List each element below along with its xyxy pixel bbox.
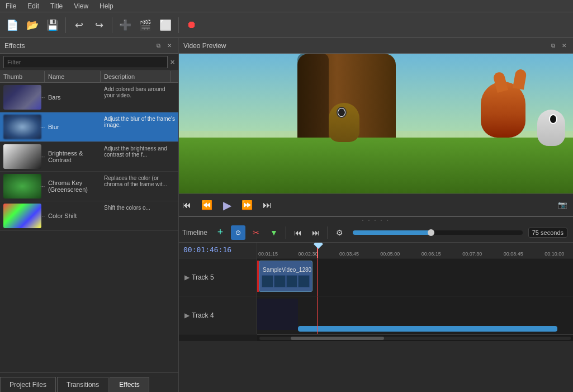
track4-dark-clip: [257, 299, 298, 330]
timeline-settings-button[interactable]: ⚙: [333, 225, 347, 240]
track4-label: ▶ Track 4: [179, 296, 257, 334]
play-button[interactable]: ▶: [219, 197, 235, 213]
timeline-add-track-button[interactable]: +: [213, 225, 228, 240]
timeline-magnet-button[interactable]: ⊙: [231, 225, 245, 240]
filter-clear-button[interactable]: ✕: [170, 59, 175, 66]
save-button[interactable]: 💾: [44, 16, 61, 34]
effect-menu-dots-brightness[interactable]: ···: [40, 154, 45, 160]
effect-row-chromakey[interactable]: ··· Chroma Key (Greenscreen) Replaces th…: [0, 172, 178, 201]
right-panel: Video Preview ⧉ ✕: [179, 38, 573, 392]
fast-forward-button[interactable]: ⏩: [239, 197, 255, 213]
tab-project-files[interactable]: Project Files: [0, 377, 56, 392]
export-button[interactable]: 🎬: [136, 16, 154, 34]
col-name: Name: [45, 71, 101, 82]
tab-transitions[interactable]: Transitions: [57, 377, 108, 392]
ruler-label-00615: 00:06:15: [422, 251, 441, 257]
timeline-timestamp: 00:01:46:16: [179, 243, 257, 257]
effect-desc-bars: Add colored bars around your video.: [101, 83, 178, 112]
timeline-ruler[interactable]: 00:01:15 00:02:30 00:03:45 00:05:00 00:0…: [257, 243, 573, 258]
timeline-scrubber-thumb[interactable]: [428, 229, 434, 236]
playhead-ruler-line: [317, 243, 318, 258]
track5-expand-icon[interactable]: ▶: [184, 273, 190, 281]
timeline-skip-end-button[interactable]: ⏭: [309, 225, 323, 240]
hscroll-thumb[interactable]: [291, 337, 384, 340]
video-preview-float-button[interactable]: ⧉: [548, 41, 557, 50]
timeline-title: Timeline: [182, 229, 207, 237]
rewind-button[interactable]: ⏪: [199, 197, 215, 213]
track5-name: Track 5: [192, 273, 214, 281]
redo-button[interactable]: ↪: [90, 16, 108, 34]
effect-menu-dots-bars[interactable]: ···: [40, 95, 45, 101]
menu-view[interactable]: View: [68, 1, 94, 11]
ruler-label-00345: 00:03:45: [339, 251, 359, 257]
effects-panel-title: Effects: [4, 42, 25, 50]
effect-desc-colorshift: Shift the colors o...: [101, 201, 178, 230]
effects-panel-header: Effects ⧉ ✕: [0, 38, 178, 54]
effect-row-brightness[interactable]: ··· Brightness & Contrast Adjust the bri…: [0, 142, 178, 172]
ruler-label-header: 00:01:46:16: [179, 243, 257, 258]
effect-row-bars[interactable]: ··· Bars Add colored bars around your vi…: [0, 83, 178, 112]
timeline-sep-2: [328, 226, 328, 239]
timeline-skip-start-button[interactable]: ⏮: [291, 225, 305, 240]
menu-edit[interactable]: Edit: [22, 1, 45, 11]
timeline-scrubber[interactable]: [353, 230, 523, 235]
skip-end-button[interactable]: ⏭: [259, 197, 275, 213]
timeline-sep-1: [286, 226, 286, 239]
menu-help[interactable]: Help: [94, 1, 119, 11]
track4-playhead: [317, 296, 318, 334]
track4-content[interactable]: [257, 296, 573, 334]
effect-row-blur[interactable]: ··· Blur Adjust the blur of the frame's …: [0, 112, 178, 142]
ruler-label-00230: 00:02:30: [298, 251, 318, 257]
video-controls: ⏮ ⏪ ▶ ⏩ ⏭ 📷: [179, 193, 573, 216]
effects-table-header: Thumb Name Description: [0, 71, 178, 83]
toolbar-separator-2: [112, 17, 112, 33]
effect-thumb-colorshift: ···: [0, 201, 45, 230]
video-preview-controls: ⧉ ✕: [548, 41, 569, 50]
timeline-content: 00:01:15 00:02:30 00:03:45 00:05:00 00:0…: [257, 243, 573, 341]
track5-playhead: [317, 258, 318, 296]
menu-bar: File Edit Title View Help: [0, 0, 573, 12]
new-button[interactable]: 📄: [3, 16, 21, 34]
tab-effects[interactable]: Effects: [110, 377, 149, 392]
ruler-label-01000: 00:10:00: [544, 251, 564, 257]
effect-menu-dots-blur[interactable]: ···: [40, 124, 45, 130]
video-scene: [179, 54, 573, 193]
timeline-razor-button[interactable]: ✂: [249, 225, 263, 240]
track5-clip-name: SampleVideo_1280...: [262, 266, 310, 274]
import-button[interactable]: ➕: [116, 16, 134, 34]
skip-start-button[interactable]: ⏮: [179, 197, 195, 213]
record-button[interactable]: ⏺: [183, 16, 201, 34]
timeline-transition-down-button[interactable]: ▼: [267, 225, 281, 240]
effects-panel-float-button[interactable]: ⧉: [154, 41, 163, 50]
timeline-hscroll[interactable]: [257, 334, 573, 341]
effect-row-colorshift[interactable]: ··· Color Shift Shift the colors o...: [0, 201, 178, 231]
effect-thumb-blur: ···: [0, 112, 45, 141]
menu-title[interactable]: Title: [45, 1, 68, 11]
undo-button[interactable]: ↩: [70, 16, 88, 34]
snapshot-button[interactable]: 📷: [558, 201, 567, 209]
track5-content[interactable]: SampleVideo_1280...: [257, 258, 573, 296]
filter-row: ✕: [0, 54, 178, 71]
track5-clip-left-border: [257, 261, 259, 292]
timeline-drag-handle[interactable]: • • • • •: [179, 217, 573, 223]
track4-expand-icon[interactable]: ▶: [184, 311, 190, 319]
effects-panel-close-button[interactable]: ✕: [165, 41, 174, 50]
track5-clip[interactable]: SampleVideo_1280...: [259, 261, 312, 292]
effect-menu-dots-chromakey[interactable]: ···: [40, 183, 45, 190]
video-canvas: [179, 54, 573, 193]
col-desc: Description: [101, 71, 171, 82]
toolbar-separator-1: [65, 17, 66, 33]
effect-desc-blur: Adjust the blur of the frame's image.: [101, 112, 178, 141]
video-preview-close-button[interactable]: ✕: [560, 41, 569, 50]
effect-menu-dots-colorshift[interactable]: ···: [40, 213, 45, 219]
track5-filmstrip: [262, 275, 310, 287]
open-button[interactable]: 📂: [23, 16, 41, 34]
filter-input[interactable]: [3, 56, 168, 68]
track4-blue-bar[interactable]: [298, 326, 557, 332]
col-thumb: Thumb: [0, 71, 45, 82]
film-frame-2: [274, 275, 286, 287]
effect-name-blur: Blur: [45, 112, 101, 141]
fullscreen-button[interactable]: ⬜: [157, 16, 174, 34]
menu-file[interactable]: File: [0, 1, 22, 11]
ruler-label-00730: 00:07:30: [462, 251, 482, 257]
